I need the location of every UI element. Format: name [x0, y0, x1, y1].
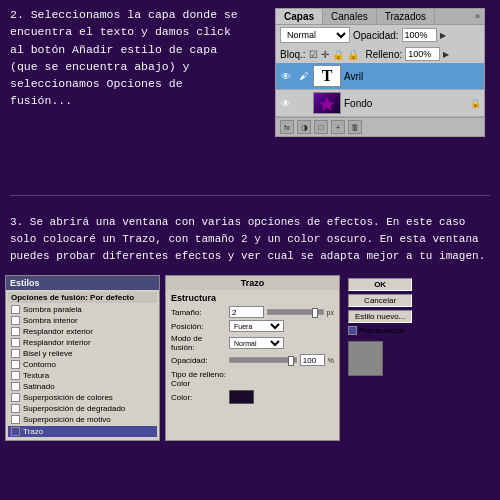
mode-opacity-row: Normal Opacidad: ▶: [276, 25, 484, 45]
estilos-item-5[interactable]: Contorno: [8, 359, 157, 370]
new-group-icon[interactable]: □: [314, 120, 328, 134]
label-opacidad: Opacidad:: [171, 356, 226, 365]
layer-avril-eye[interactable]: 👁: [279, 69, 293, 83]
fill-input[interactable]: [405, 47, 440, 61]
slider-tamano[interactable]: [267, 309, 324, 315]
label-sombra-interior: Sombra interior: [23, 316, 78, 325]
layer-avril-name: Avril: [344, 71, 481, 82]
unit-tamano: px: [327, 309, 334, 316]
label-contorno: Contorno: [23, 360, 56, 369]
lock-check-icon[interactable]: ☑: [309, 49, 318, 60]
layers-tabs: Capas Canales Trazados »: [276, 9, 484, 25]
opacity-arrow[interactable]: ▶: [440, 31, 446, 40]
estilos-item-6[interactable]: Textura: [8, 370, 157, 381]
panel-arrow[interactable]: »: [471, 9, 484, 24]
checkbox-trazo[interactable]: [11, 427, 20, 436]
fill-arrow[interactable]: ▶: [443, 50, 449, 59]
label-modo: Modo de fusión:: [171, 334, 226, 352]
checkbox-satinado[interactable]: [11, 382, 20, 391]
blend-mode-select[interactable]: Normal: [280, 27, 350, 43]
label-tamano: Tamaño:: [171, 308, 226, 317]
layer-fondo-lock: 🔒: [470, 98, 481, 108]
slider-thumb-tamano[interactable]: [312, 308, 318, 318]
field-tamano: Tamaño: px: [171, 306, 334, 318]
layer-fondo-brush: [296, 96, 310, 110]
checkbox-sombra-interior[interactable]: [11, 316, 20, 325]
lock-paint-icon[interactable]: 🔒: [332, 49, 344, 60]
input-tamano[interactable]: [229, 306, 264, 318]
field-modo: Modo de fusión: Normal: [171, 334, 334, 352]
lock-all-icon[interactable]: 🔒: [347, 49, 359, 60]
checkbox-textura[interactable]: [11, 371, 20, 380]
checkbox-contorno[interactable]: [11, 360, 20, 369]
step2-text: 2. Seleccionamos la capa donde se encuen…: [10, 6, 250, 110]
estilos-item-2[interactable]: Resplandor exterior: [8, 326, 157, 337]
layer-fondo-eye[interactable]: 👁: [279, 96, 293, 110]
step3-area: 3. Se abrirá una ventana con varias opci…: [0, 201, 500, 270]
fx-icon[interactable]: fx: [280, 120, 294, 134]
fill-type-label: Tipo de relleno: Color: [171, 370, 226, 388]
new-layer-icon[interactable]: +: [331, 120, 345, 134]
estilos-item-0[interactable]: Sombra paralela: [8, 304, 157, 315]
tab-canales[interactable]: Canales: [323, 9, 377, 24]
estilos-item-9[interactable]: Superposición de degradado: [8, 403, 157, 414]
layer-avril[interactable]: 👁 🖌 T Avril: [276, 63, 484, 90]
opacity-label: Opacidad:: [353, 30, 399, 41]
layers-panel: Capas Canales Trazados » Normal Opacidad…: [275, 8, 485, 137]
step2-area: 2. Seleccionamos la capa donde se encuen…: [0, 0, 260, 190]
label-superp-motivo: Superposición de motivo: [23, 415, 111, 424]
estilos-item-4[interactable]: Bisel y relieve: [8, 348, 157, 359]
tab-trazados[interactable]: Trazados: [377, 9, 435, 24]
select-modo[interactable]: Normal: [229, 337, 284, 349]
label-bisel: Bisel y relieve: [23, 349, 72, 358]
lock-move-icon[interactable]: ✛: [321, 49, 329, 60]
layer-fondo[interactable]: 👁 Fondo 🔒: [276, 90, 484, 117]
layers-bottom-row: fx ◑ □ + 🗑: [276, 117, 484, 136]
field-opacidad: Opacidad: %: [171, 354, 334, 366]
checkbox-sombra-paralela[interactable]: [11, 305, 20, 314]
color-swatch[interactable]: [229, 390, 254, 404]
slider-thumb-opacidad[interactable]: [288, 356, 294, 366]
tab-capas[interactable]: Capas: [276, 9, 323, 24]
label-textura: Textura: [23, 371, 49, 380]
checkbox-superp-motivo[interactable]: [11, 415, 20, 424]
checkbox-resplandor-int[interactable]: [11, 338, 20, 347]
text-icon: T: [322, 67, 333, 85]
color-row: Color:: [171, 390, 334, 404]
divider: [10, 195, 490, 196]
checkbox-resplandor-ext[interactable]: [11, 327, 20, 336]
label-trazo: Trazo: [23, 427, 43, 436]
ok-button[interactable]: OK: [348, 278, 412, 291]
cancel-button[interactable]: Cancelar: [348, 294, 412, 307]
unit-opacidad: %: [328, 357, 334, 364]
input-opacidad[interactable]: [300, 354, 325, 366]
estilos-section: Opciones de fusión: Por defecto: [8, 292, 157, 303]
estilos-item-3[interactable]: Resplandor interior: [8, 337, 157, 348]
checkbox-superp-colores[interactable]: [11, 393, 20, 402]
estilos-item-11[interactable]: Trazo: [8, 426, 157, 437]
step3-text: 3. Se abrirá una ventana con varias opci…: [10, 214, 490, 265]
opacity-input[interactable]: [402, 28, 437, 42]
label-superp-colores: Superposición de colores: [23, 393, 113, 402]
estilos-item-8[interactable]: Superposición de colores: [8, 392, 157, 403]
lock-label: Bloq.:: [280, 49, 306, 60]
top-section: 2. Seleccionamos la capa donde se encuen…: [0, 0, 500, 190]
estilos-item-10[interactable]: Superposición de motivo: [8, 414, 157, 425]
estilos-item-7[interactable]: Satinado: [8, 381, 157, 392]
estilos-item-1[interactable]: Sombra interior: [8, 315, 157, 326]
field-posicion: Posición: Fuera Centro Dentro: [171, 320, 334, 332]
label-resplandor-int: Resplandor interior: [23, 338, 91, 347]
label-superp-deg: Superposición de degradado: [23, 404, 125, 413]
label-posicion: Posición:: [171, 322, 226, 331]
preview-row: Previsualizar: [348, 326, 412, 335]
select-posicion[interactable]: Fuera Centro Dentro: [229, 320, 284, 332]
fill-type-row: Tipo de relleno: Color: [171, 370, 334, 388]
new-style-button[interactable]: Estilo nuevo...: [348, 310, 412, 323]
trazo-section: Estructura: [171, 293, 334, 303]
checkbox-bisel[interactable]: [11, 349, 20, 358]
preview-checkbox[interactable]: [348, 326, 357, 335]
new-adjustment-icon[interactable]: ◑: [297, 120, 311, 134]
slider-opacidad[interactable]: [229, 357, 297, 363]
delete-layer-icon[interactable]: 🗑: [348, 120, 362, 134]
checkbox-superp-deg[interactable]: [11, 404, 20, 413]
